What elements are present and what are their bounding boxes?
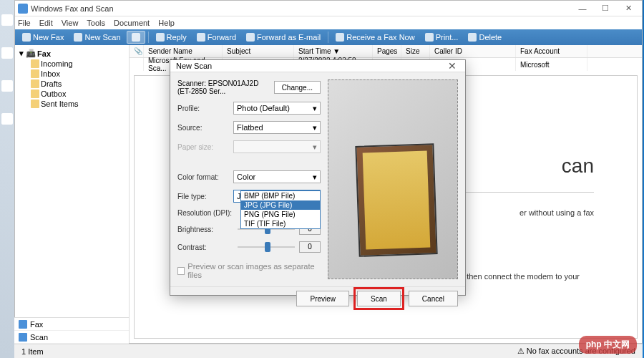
- colorformat-label: Color format:: [177, 173, 233, 181]
- scan-preview-pane[interactable]: [328, 79, 458, 279]
- contrast-slider[interactable]: [238, 246, 295, 248]
- print-button[interactable]: Print...: [421, 31, 463, 44]
- chevron-down-icon: ▾: [313, 173, 317, 182]
- delete-button[interactable]: Delete: [464, 31, 506, 44]
- desktop-icon[interactable]: [1, 14, 13, 26]
- nav-fax[interactable]: Fax: [14, 318, 129, 331]
- colorformat-select[interactable]: Color▾: [233, 170, 321, 183]
- nav-scan[interactable]: Scan: [14, 331, 129, 344]
- forward-email-button[interactable]: Forward as E-mail: [242, 31, 325, 44]
- new-fax-button[interactable]: New Fax: [18, 31, 68, 44]
- print-icon: [425, 33, 434, 42]
- cancel-button[interactable]: Cancel: [409, 291, 458, 306]
- contrast-label: Contrast:: [177, 243, 233, 251]
- filetype-label: File type:: [177, 193, 233, 200]
- separate-files-checkbox[interactable]: [177, 267, 185, 275]
- receive-icon: [336, 33, 344, 42]
- scan-preview-image: [355, 143, 437, 257]
- watermark: php 中文网: [579, 336, 637, 354]
- col-account[interactable]: Fax Account: [516, 45, 587, 57]
- source-select[interactable]: Flatbed▾: [233, 121, 321, 134]
- new-fax-icon: [22, 33, 31, 42]
- toolbar: New Fax New Scan Reply Forward Forward a…: [15, 29, 642, 45]
- status-item-count: 1 Item: [21, 347, 44, 356]
- menu-edit[interactable]: Edit: [39, 19, 53, 27]
- col-attachment[interactable]: 📎: [130, 45, 144, 57]
- col-subject[interactable]: Subject: [223, 45, 294, 57]
- chevron-down-icon: ▾: [313, 104, 317, 113]
- col-pages[interactable]: Pages: [373, 45, 401, 57]
- tree-inbox[interactable]: Inbox: [18, 69, 126, 79]
- desktop-icon[interactable]: [1, 47, 13, 59]
- sidebar: ▾ 📠 Fax Incoming Inbox Drafts Outbox Sen…: [15, 45, 130, 343]
- preview-toggle-button[interactable]: [127, 31, 145, 44]
- app-icon: [18, 4, 28, 14]
- papersize-select: ▾: [233, 140, 321, 153]
- new-scan-icon: [74, 33, 82, 42]
- window-title: Windows Fax and Scan: [31, 4, 572, 13]
- tree-outbox[interactable]: Outbox: [18, 89, 126, 99]
- dialog-titlebar[interactable]: New Scan ✕: [170, 60, 465, 72]
- change-scanner-button[interactable]: Change...: [274, 81, 321, 94]
- profile-select[interactable]: Photo (Default)▾: [233, 102, 321, 115]
- tree-incoming[interactable]: Incoming: [18, 59, 126, 69]
- desktop-icon[interactable]: [1, 80, 13, 92]
- forward-icon: [197, 33, 205, 42]
- titlebar[interactable]: Windows Fax and Scan — ☐ ✕: [15, 1, 642, 16]
- new-scan-button[interactable]: New Scan: [69, 31, 125, 44]
- papersize-label: Paper size:: [177, 143, 233, 151]
- filetype-dropdown: BMP (BMP File) JPG (JPG File) PNG (PNG F…: [240, 190, 321, 229]
- dialog-title: New Scan: [176, 62, 212, 70]
- delete-icon: [468, 33, 477, 42]
- scanner-row: Scanner: EPSON01AJ2D (ET-2850 Ser... Cha…: [177, 79, 321, 95]
- brightness-label: Brightness:: [177, 226, 233, 233]
- tree-drafts[interactable]: Drafts: [18, 79, 126, 89]
- receive-fax-button[interactable]: Receive a Fax Now: [331, 31, 419, 44]
- minimize-button[interactable]: —: [572, 1, 593, 16]
- desktop-icon[interactable]: [1, 113, 13, 125]
- col-size[interactable]: Size: [401, 45, 430, 57]
- forward-button[interactable]: Forward: [192, 31, 240, 44]
- menu-file[interactable]: File: [18, 19, 31, 27]
- col-sender[interactable]: Sender Name: [144, 45, 223, 57]
- preview-button[interactable]: Preview: [296, 291, 349, 306]
- chevron-down-icon: ▾: [313, 123, 317, 132]
- filetype-option-tif[interactable]: TIF (TIF File): [241, 219, 320, 228]
- filetype-option-jpg[interactable]: JPG (JPG File): [241, 200, 320, 210]
- menu-document[interactable]: Document: [114, 19, 150, 27]
- bottom-nav: Fax Scan: [14, 317, 129, 344]
- statusbar: 1 Item ⚠ No fax accounts are configured: [14, 344, 643, 358]
- scan-button[interactable]: Scan: [357, 291, 401, 306]
- col-start-time[interactable]: Start Time ▼: [294, 45, 373, 57]
- fax-icon: [19, 320, 27, 329]
- profile-label: Profile:: [177, 105, 233, 112]
- close-button[interactable]: ✕: [618, 1, 639, 16]
- reply-button[interactable]: Reply: [152, 31, 191, 44]
- preview-icon: [132, 33, 140, 42]
- scan-icon: [19, 333, 27, 342]
- new-scan-dialog: New Scan ✕ Scanner: EPSON01AJ2D (ET-2850…: [170, 59, 466, 296]
- menu-tools[interactable]: Tools: [87, 19, 105, 27]
- tree-root-fax[interactable]: ▾ 📠 Fax: [18, 48, 126, 59]
- tree-sent[interactable]: Sent Items: [18, 99, 126, 109]
- separate-files-label: Preview or scan images as separate files: [187, 262, 321, 279]
- menu-view[interactable]: View: [62, 19, 79, 27]
- resolution-label: Resolution (DPI):: [177, 209, 233, 217]
- dialog-close-button[interactable]: ✕: [445, 60, 459, 72]
- scan-button-highlight: Scan: [353, 287, 404, 310]
- reply-icon: [156, 33, 165, 42]
- filetype-option-bmp[interactable]: BMP (BMP File): [241, 191, 320, 200]
- col-caller[interactable]: Caller ID: [430, 45, 516, 57]
- filetype-option-png[interactable]: PNG (PNG File): [241, 210, 320, 219]
- source-label: Source:: [177, 124, 233, 132]
- menu-help[interactable]: Help: [158, 19, 175, 27]
- contrast-value[interactable]: 0: [299, 241, 321, 253]
- maximize-button[interactable]: ☐: [595, 1, 616, 16]
- forward-email-icon: [246, 33, 255, 42]
- menubar: File Edit View Tools Document Help: [15, 16, 642, 29]
